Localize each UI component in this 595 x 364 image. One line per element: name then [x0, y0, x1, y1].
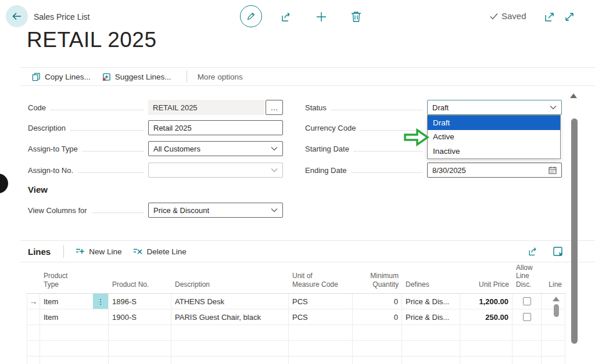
- lines-toolbar: Lines New Line Delete Line: [20, 240, 595, 262]
- empty-cell[interactable]: [40, 341, 109, 356]
- ending-date-input[interactable]: 8/30/2025: [427, 163, 562, 178]
- delete-button[interactable]: [349, 10, 363, 24]
- description-cell[interactable]: ATHENS Desk: [171, 294, 289, 309]
- cell-ellipsis-menu-button[interactable]: ⋮: [93, 294, 108, 309]
- view-columns-select[interactable]: Price & Discount: [148, 203, 283, 218]
- table-scrollbar-up-arrow[interactable]: [553, 297, 560, 301]
- dotted-leader: [352, 172, 422, 173]
- unit-price-cell[interactable]: 250.00: [460, 309, 512, 325]
- empty-cell[interactable]: [542, 356, 565, 364]
- edit-button[interactable]: [240, 5, 262, 27]
- empty-cell[interactable]: [289, 356, 353, 364]
- empty-cell[interactable]: [402, 341, 460, 356]
- annotation-arrow-icon: [403, 128, 430, 147]
- share-button[interactable]: [279, 10, 293, 24]
- empty-cell[interactable]: [460, 325, 512, 341]
- allow-line-disc-checkbox[interactable]: [523, 297, 531, 305]
- column-header-uom-code[interactable]: Unit of Measure Code: [289, 262, 353, 293]
- status-select[interactable]: Draft: [427, 100, 562, 115]
- column-header-allow-line-disc[interactable]: Allow Line Disc.: [512, 262, 542, 293]
- action-bar-divider: [187, 71, 187, 82]
- uom-code-cell[interactable]: PCS: [289, 294, 353, 309]
- lines-share-button[interactable]: [528, 246, 539, 257]
- status-dropdown-list: Draft Active Inactive: [427, 115, 561, 159]
- more-options-button[interactable]: More options: [198, 73, 243, 81]
- product-type-cell[interactable]: Item ⋮: [40, 294, 109, 309]
- assign-to-type-select[interactable]: All Customers: [148, 141, 283, 156]
- chevron-down-icon: [271, 146, 278, 151]
- status-option-inactive[interactable]: Inactive: [428, 144, 560, 158]
- empty-cell[interactable]: [512, 341, 542, 356]
- status-option-draft[interactable]: Draft: [428, 116, 560, 130]
- uom-code-cell[interactable]: PCS: [289, 309, 353, 325]
- empty-cell[interactable]: [512, 325, 542, 341]
- assign-to-no-select[interactable]: [148, 163, 283, 178]
- empty-cell[interactable]: [353, 341, 402, 356]
- defines-cell[interactable]: Price & Dis...: [402, 294, 460, 309]
- expand-button[interactable]: [562, 10, 576, 24]
- empty-cell[interactable]: [171, 356, 289, 364]
- empty-cell[interactable]: [460, 356, 512, 364]
- column-header-product-type[interactable]: Product Type: [40, 262, 109, 293]
- code-assist-edit-button[interactable]: …: [266, 100, 283, 115]
- dotted-leader: [51, 110, 144, 110]
- product-no-cell[interactable]: 1896-S: [109, 294, 171, 309]
- delete-line-button[interactable]: Delete Line: [133, 247, 186, 256]
- column-header-line[interactable]: Line: [542, 262, 565, 293]
- empty-cell[interactable]: [27, 356, 40, 364]
- copy-lines-button[interactable]: Copy Lines...: [32, 73, 91, 81]
- currency-code-label: Currency Code: [305, 124, 356, 132]
- new-button[interactable]: [314, 10, 328, 24]
- defines-cell[interactable]: Price & Dis...: [402, 309, 460, 325]
- empty-cell[interactable]: [27, 341, 40, 356]
- empty-cell[interactable]: [109, 341, 171, 356]
- status-option-active[interactable]: Active: [428, 130, 560, 145]
- column-header-select: [27, 262, 40, 293]
- suggest-lines-button[interactable]: Suggest Lines...: [102, 73, 171, 81]
- empty-cell[interactable]: [27, 325, 40, 341]
- product-no-cell[interactable]: 1900-S: [109, 309, 171, 325]
- empty-cell[interactable]: [109, 356, 171, 364]
- empty-cell[interactable]: [542, 325, 565, 341]
- description-input[interactable]: Retail 2025: [148, 120, 283, 135]
- minimum-quantity-cell[interactable]: 0: [353, 294, 402, 309]
- empty-cell[interactable]: [171, 325, 289, 341]
- empty-cell[interactable]: [40, 325, 109, 341]
- back-button[interactable]: [6, 5, 28, 27]
- empty-cell[interactable]: [109, 325, 171, 341]
- column-header-unit-price[interactable]: Unit Price: [460, 262, 512, 293]
- assign-to-no-field-row: Assign-to No.: [28, 163, 283, 178]
- empty-cell[interactable]: [353, 325, 402, 341]
- empty-cell[interactable]: [512, 356, 542, 364]
- empty-cell[interactable]: [289, 341, 353, 356]
- cursor-overlay-blob: [0, 174, 8, 193]
- empty-cell[interactable]: [402, 325, 460, 341]
- empty-cell[interactable]: [353, 356, 402, 364]
- open-in-window-button[interactable]: [543, 10, 557, 24]
- empty-cell[interactable]: [289, 325, 353, 341]
- column-header-product-no[interactable]: Product No.: [109, 262, 171, 293]
- product-type-cell[interactable]: Item: [40, 309, 109, 325]
- empty-cell[interactable]: [542, 341, 565, 356]
- row-selector-cell[interactable]: →: [27, 294, 40, 309]
- column-header-defines[interactable]: Defines: [402, 262, 460, 293]
- page-scrollbar-up-arrow[interactable]: [570, 93, 577, 98]
- column-header-description[interactable]: Description: [171, 262, 289, 293]
- table-scrollbar-thumb[interactable]: [554, 304, 559, 317]
- lines-section-title: Lines: [28, 247, 51, 257]
- empty-cell[interactable]: [460, 341, 512, 356]
- empty-cell[interactable]: [171, 341, 289, 356]
- assign-to-type-field-row: Assign-to Type All Customers: [28, 141, 283, 156]
- row-selector-cell[interactable]: [27, 309, 40, 325]
- lines-focus-mode-button[interactable]: [553, 246, 563, 257]
- description-label: Description: [28, 124, 66, 132]
- page-scrollbar-thumb[interactable]: [571, 118, 578, 344]
- new-line-button[interactable]: New Line: [76, 247, 121, 256]
- column-header-minimum-quantity[interactable]: Minimum Quantity: [353, 262, 402, 293]
- unit-price-cell[interactable]: 1,200.00: [460, 294, 512, 309]
- empty-cell[interactable]: [402, 356, 460, 364]
- minimum-quantity-cell[interactable]: 0: [353, 309, 402, 325]
- allow-line-disc-checkbox[interactable]: [523, 313, 531, 321]
- description-cell[interactable]: PARIS Guest Chair, black: [171, 309, 289, 325]
- empty-cell[interactable]: [40, 356, 109, 364]
